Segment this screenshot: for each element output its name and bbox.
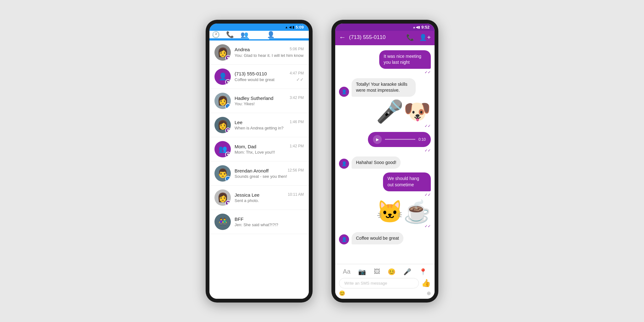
camera-icon[interactable]: 📷: [358, 268, 366, 276]
contact-info: Jessica Lee 10:11 AM Sent a photo.: [235, 192, 304, 203]
list-item[interactable]: 👩 💬 Lee 1:46 PM When is Andrea getting i…: [209, 113, 309, 137]
left-phone: ▲ ◀ ▮ 5:09 🕐 📞 👥 ☰ 👤 👩 💬: [206, 20, 313, 303]
text-icon[interactable]: Aa: [343, 268, 350, 275]
left-app-header: 🕐 📞 👥 ☰ 👤: [209, 31, 309, 38]
right-status-bar: ▲◀▮ 9:52: [335, 24, 435, 31]
contact-name-row: Andrea 5:06 PM: [235, 47, 304, 52]
message-bubble-received: Coffee would be great: [352, 232, 403, 245]
nav-contacts[interactable]: 👥: [238, 30, 251, 39]
nav-profile[interactable]: 👤: [264, 30, 277, 39]
chat-input-icons: Aa 📷 🖼 😊 🎤 📍: [339, 267, 431, 278]
read-check: ✓✓: [425, 148, 431, 153]
read-check: ✓✓: [425, 224, 431, 228]
emoji-picker-icon[interactable]: 😊: [388, 268, 396, 276]
chat-input-bottom: 😊 ⊕: [339, 288, 431, 296]
contact-preview: Jen: She said what?!?!?: [235, 222, 304, 227]
left-status-icons: ▲ ◀ ▮: [285, 25, 294, 29]
avatar: 👩 💬: [214, 44, 231, 61]
nav-calls[interactable]: 📞: [224, 30, 236, 39]
play-button[interactable]: ▶: [373, 135, 382, 144]
read-check: ✓✓: [425, 70, 431, 74]
contact-name: BFF: [235, 216, 243, 222]
contact-name-row: Mom, Dad 1:42 PM: [235, 144, 304, 149]
contact-info: Hadley Sutherland 3:42 PM You: Yikes!: [235, 96, 304, 106]
messenger-badge: 💬: [225, 79, 231, 85]
emoji-icon[interactable]: 😊: [339, 290, 345, 296]
audio-progress-bar: [385, 139, 415, 140]
nav-menu[interactable]: ☰: [252, 30, 263, 39]
messenger-badge: 💬: [225, 152, 231, 157]
contact-name: Brendan Aronoff: [235, 168, 269, 173]
battery-icon: ▮: [292, 25, 294, 29]
contact-preview: You: Yikes!: [235, 101, 304, 106]
messenger-badge: 💬: [225, 128, 231, 133]
message-bubble-received: Totally! Your karaoke skills were most i…: [352, 78, 416, 97]
messenger-badge: f: [225, 103, 231, 109]
right-phone: ▲◀▮ 9:52 ← (713) 555-0110 📞 👤+ It was ni…: [331, 20, 438, 303]
contact-time: 5:06 PM: [290, 47, 304, 52]
signal-icon: ◀: [289, 25, 291, 29]
list-item[interactable]: 👨 f Brendan Aronoff 12:56 PM Sounds grea…: [209, 161, 309, 186]
contact-info: Brendan Aronoff 12:56 PM Sounds great - …: [235, 168, 304, 179]
location-icon[interactable]: 📍: [419, 268, 427, 276]
sticker: 🎤🐶: [376, 101, 431, 123]
contact-name-row: Brendan Aronoff 12:56 PM: [235, 168, 304, 173]
message-input[interactable]: Write an SMS message: [339, 278, 419, 288]
contact-info: BFF Jen: She said what?!?!?: [235, 216, 304, 227]
message-row: 🎤🐶 ✓✓: [339, 101, 431, 128]
contact-name: Andrea: [235, 47, 250, 52]
avatar: 👤: [339, 234, 349, 244]
contact-preview: Sounds great - see you then!: [235, 174, 304, 179]
message-row: 🐱☕ ✓✓: [339, 201, 431, 228]
list-item[interactable]: 👩 💬 Andrea 5:06 PM You: Glad to hear it.…: [209, 41, 309, 65]
contact-name-row: Lee 1:46 PM: [235, 120, 304, 125]
list-item[interactable]: 👫 BFF Jen: She said what?!?!?: [209, 210, 309, 234]
messenger-badge: 💬: [225, 55, 231, 61]
add-emoji-icon[interactable]: ⊕: [427, 290, 431, 296]
preview-text: Sent a photo.: [235, 198, 259, 203]
message-row: 👤 Hahaha! Sooo good!: [339, 156, 431, 169]
call-button[interactable]: 📞: [406, 34, 414, 41]
list-item[interactable]: 👤 💬 (713) 555-0110 4:47 PM Coffee would …: [209, 65, 309, 89]
chat-messages: It was nice meeting you last night ✓✓ 👤 …: [335, 45, 435, 264]
contact-name: (713) 555-0110: [235, 71, 267, 76]
message-bubble-sent: We should hang out sometime: [383, 172, 431, 191]
right-time: 9:52: [421, 25, 430, 30]
avatar: 👤 💬: [214, 68, 231, 85]
preview-text: Coffee would be great: [235, 77, 275, 82]
avatar: 👤: [339, 87, 349, 97]
preview-text: Sounds great - see you then!: [235, 174, 287, 179]
list-item[interactable]: 👥 💬 Mom, Dad 1:42 PM Mom: Thx, Love you!…: [209, 137, 309, 161]
audio-duration: 0:10: [419, 137, 426, 142]
avatar: 👨 f: [214, 165, 231, 182]
contact-name-row: BFF: [235, 216, 304, 222]
message-row: We should hang out sometime ✓✓: [339, 172, 431, 197]
contact-name-row: Hadley Sutherland 3:42 PM: [235, 96, 304, 101]
avatar: 👥 💬: [214, 141, 231, 157]
chat-header: ← (713) 555-0110 📞 👤+: [335, 31, 435, 45]
preview-text: When is Andrea getting in?: [235, 126, 283, 130]
audio-message[interactable]: ▶ 0:10: [368, 132, 431, 147]
mic-icon[interactable]: 🎤: [403, 268, 411, 276]
add-contact-button[interactable]: 👤+: [419, 34, 431, 41]
input-placeholder: Write an SMS message: [344, 281, 387, 286]
back-button[interactable]: ←: [339, 33, 346, 41]
contact-time: 10:11 AM: [288, 192, 304, 198]
preview-text: Jen: She said what?!?!?: [235, 222, 278, 227]
chat-title: (713) 555-0110: [349, 34, 403, 41]
chat-header-icons: 📞 👤+: [406, 34, 431, 41]
tab-indicator: [249, 38, 269, 39]
list-item[interactable]: 👩 💬 Jessica Lee 10:11 AM Sent a photo.: [209, 186, 309, 210]
right-phone-screen: ▲◀▮ 9:52 ← (713) 555-0110 📞 👤+ It was ni…: [335, 24, 435, 299]
avatar: 👩 f: [214, 93, 231, 109]
message-bubble-sent: It was nice meeting you last night: [379, 50, 431, 69]
send-button[interactable]: 👍: [421, 279, 431, 287]
preview-text: You: Glad to hear it. I will let him kno…: [235, 53, 304, 58]
image-icon[interactable]: 🖼: [374, 268, 380, 275]
list-item[interactable]: 👩 f Hadley Sutherland 3:42 PM You: Yikes…: [209, 89, 309, 113]
right-status-icons: ▲◀▮: [413, 25, 420, 29]
message-row: 👤 Coffee would be great: [339, 232, 431, 245]
message-row: It was nice meeting you last night ✓✓: [339, 50, 431, 74]
contact-preview: Sent a photo.: [235, 198, 304, 203]
contact-name: Lee: [235, 120, 242, 125]
